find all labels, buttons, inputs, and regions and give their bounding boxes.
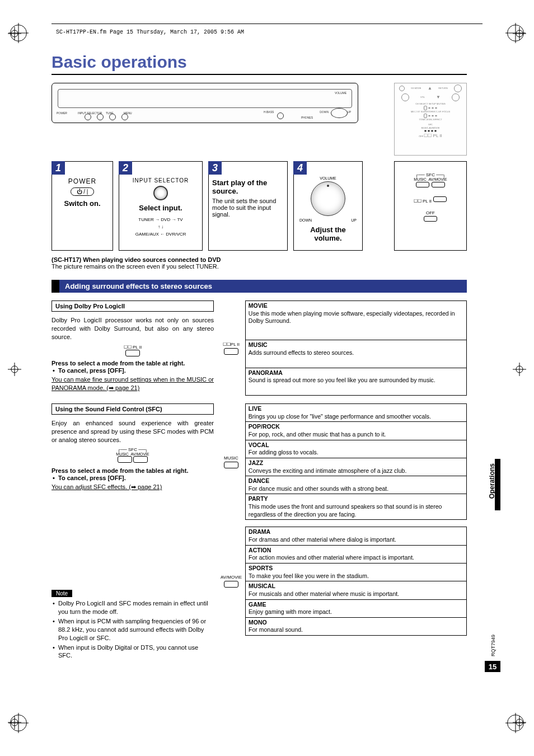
step-3: 3 Start play of the source. The unit set… — [208, 161, 288, 251]
button-icon — [224, 462, 238, 468]
volume-labels: DOWNUP — [297, 218, 359, 222]
step-body: The unit sets the sound mode to suit the… — [212, 198, 284, 218]
remote-ssmode-label: SS MODE — [411, 87, 421, 90]
sfc-button-diagram: ┌── SFC ──┐ MUSIC AV/MOVIE — [51, 448, 214, 464]
remote-off-label: OFF — [419, 135, 423, 138]
mode-cell: LIVEBrings you up close for "live" stage… — [245, 404, 466, 422]
mode-name: MUSIC — [249, 341, 463, 349]
knob-icon — [97, 114, 104, 120]
remote-sfc-label: SFC — [428, 123, 433, 126]
crop-mark-icon — [8, 363, 21, 376]
step-number: 2 — [119, 161, 132, 175]
sc-note: (SC-HT17) When playing video sources con… — [51, 256, 467, 270]
dolby-left: Using Dolby Pro LogicII Dolby Pro LogicI… — [51, 300, 214, 396]
dolby-intro: Dolby Pro LogicII processor works not on… — [51, 316, 214, 341]
dolby-fine-settings: You can make fine surround settings when… — [51, 375, 214, 392]
title-rule — [51, 74, 467, 75]
mode-desc: Enjoy gaming with more impact. — [249, 608, 463, 616]
note-list: Dolby Pro LogicII and SFC modes remain i… — [51, 599, 214, 660]
mode-desc: Use this mode when playing movie softwar… — [249, 310, 463, 325]
mode-desc: For dramas and other material where dial… — [249, 536, 463, 544]
remote-pl2-group: ☐☐ PL II — [397, 196, 464, 204]
crop-mark-icon — [513, 27, 526, 40]
mode-name: PANORAMA — [249, 369, 463, 377]
remote-chselect-label: CH SELECT — [415, 102, 428, 105]
mode-desc: For adding gloss to vocals. — [249, 449, 463, 457]
crop-mark-icon — [8, 27, 21, 40]
mode-cell: POP/ROCKFor pop, rock, and other music t… — [245, 422, 466, 440]
remote-btn-icon — [428, 130, 430, 132]
remote-mix2st-label: MIX 2 ST — [411, 110, 420, 113]
mode-name: JAZZ — [249, 459, 463, 467]
mode-name: MOVIE — [249, 302, 463, 310]
mode-cell: MONOFor monaural sound. — [246, 617, 467, 635]
sfc-intro: Enjoy an enhanced sound experience with … — [51, 419, 214, 444]
remote-off-button — [424, 216, 437, 222]
knob-icon — [121, 114, 128, 120]
remote-level-label: LEVEL — [426, 118, 433, 121]
list-item: Dolby Pro LogicII and SFC modes remain i… — [51, 599, 214, 616]
mode-name: MUSICAL — [249, 583, 463, 590]
button-icon — [224, 581, 238, 588]
mode-cell: MOVIEUse this mode when playing movie so… — [245, 301, 466, 340]
power-button-icon: ⏻ / | — [71, 187, 95, 196]
remote-btn-icon — [432, 115, 434, 116]
mode-cell: SPORTSTo make you feel like you were in … — [246, 563, 467, 581]
header-meta: SC-HT17PP-EN.fm Page 15 Thursday, March … — [56, 29, 244, 35]
mode-cell: MUSICALFor musicals and other material w… — [246, 581, 467, 599]
device-display — [58, 89, 352, 108]
mode-desc: For musicals and other material where mu… — [249, 590, 463, 598]
remote-btn-icon — [424, 130, 427, 132]
table-row: DRAMAFor dramas and other material where… — [246, 527, 467, 545]
remote-tone-label: TONE — [419, 118, 425, 121]
mode-cell: ACTIONFor action movies and other materi… — [246, 545, 467, 563]
mode-desc: Adds surround effects to stereo sources. — [249, 349, 463, 357]
mode-desc: Conveys the exciting and intimate atmosp… — [249, 467, 463, 475]
dolby-cancel: To cancel, press [OFF]. — [51, 367, 214, 375]
crop-mark-icon — [513, 716, 526, 729]
remote-btn-icon — [428, 115, 430, 116]
device-phones-label: PHONES — [301, 116, 313, 119]
sfc-music-side: MUSIC — [221, 403, 242, 520]
mode-cell: PANORAMASound is spread out more so you … — [245, 368, 466, 395]
step-4: 4 VOLUME DOWNUP Adjust the volume. — [293, 161, 363, 251]
remote-down-icon: ▼ — [436, 94, 441, 100]
button-icon — [125, 350, 140, 356]
page: SC-HT17PP-EN.fm Page 15 Thursday, March … — [0, 0, 534, 756]
sfc-section: Using the Sound Field Control (SFC) Enjo… — [51, 403, 467, 661]
mode-desc: Brings you up close for "live" stage per… — [249, 413, 463, 421]
volume-knob-icon — [331, 108, 348, 118]
sfc-right: MUSIC LIVEBrings you up close for "live"… — [221, 403, 467, 661]
remote-btn-icon: + — [424, 106, 427, 110]
mode-cell: DANCEFor dance music and other sounds wi… — [245, 476, 466, 494]
mode-name: ACTION — [249, 547, 463, 555]
table-row: MOVIEUse this mode when playing movie so… — [245, 301, 466, 340]
mode-desc: For dance music and other sounds with a … — [249, 485, 463, 493]
mode-cell: PARTYThis mode uses the front and surrou… — [245, 494, 466, 520]
step-number: 1 — [51, 161, 65, 175]
volume-knob-icon — [311, 181, 345, 216]
button-icon — [133, 456, 148, 463]
device-up-label: UP — [347, 110, 351, 114]
remote-music-button — [416, 182, 429, 187]
device-front-panel: POWER INPUT SELECTOR TUNE MENU H.BASS VO… — [51, 83, 358, 123]
section-heading: Adding surround effects to stereo source… — [51, 280, 467, 293]
step-top-label: INPUT SELECTOR — [123, 177, 199, 184]
remote-effect-label: EFFECT — [433, 118, 442, 121]
remote-btn-icon — [435, 107, 437, 109]
mode-desc: For monaural sound. — [249, 626, 463, 634]
step-1: 1 POWER ⏻ / | Switch on. — [51, 161, 113, 251]
dolby-mode-table: MOVIEUse this mode when playing movie so… — [245, 300, 467, 396]
mode-cell: GAMEEnjoy gaming with more impact. — [246, 599, 467, 617]
sfc-cancel: To cancel, press [OFF]. — [51, 474, 214, 482]
mode-name: POP/ROCK — [249, 423, 463, 431]
remote-btn-icon — [432, 107, 434, 109]
remote-btn-icon — [431, 130, 433, 132]
button-icon — [224, 348, 238, 355]
table-row: SPORTSTo make you feel like you were in … — [246, 563, 467, 581]
table-row: VOCALFor adding gloss to vocals. — [245, 440, 466, 458]
dolby-button-diagram: ☐☐ PL II — [51, 345, 214, 356]
knob-icon — [109, 114, 116, 120]
remote-avmovie-label: AV/MOVIE — [429, 126, 439, 129]
remote-btn-icon: − — [424, 114, 427, 118]
